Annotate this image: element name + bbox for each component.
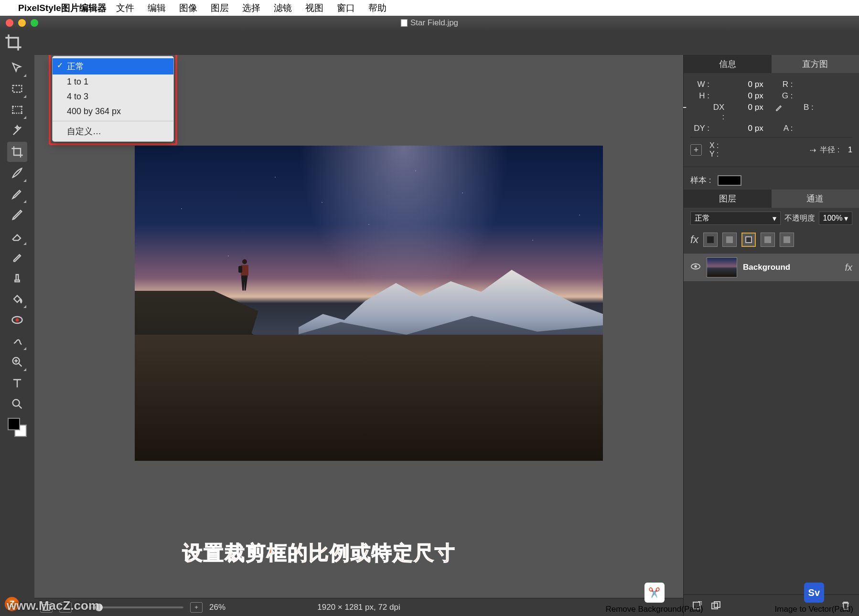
zoom-tool[interactable] — [7, 352, 27, 372]
text-tool[interactable] — [7, 373, 27, 393]
foreground-color[interactable] — [8, 418, 20, 430]
menu-file[interactable]: 文件 — [116, 2, 134, 14]
zoom-window-button[interactable] — [31, 19, 38, 27]
document-image[interactable] — [135, 146, 603, 461]
info-a — [831, 124, 852, 133]
window-title-text: Star Field.jpg — [410, 18, 458, 28]
bucket-tool[interactable] — [7, 289, 27, 309]
zoom-value: 26% — [209, 603, 225, 612]
pencil-tool[interactable] — [7, 205, 27, 225]
tab-info[interactable]: 信息 — [684, 55, 772, 73]
aspect-ratio-dropdown[interactable]: 正常 1 to 1 4 to 3 400 by 364 px 自定义… — [52, 56, 174, 142]
plugin-row: ✂️ Remove Background(Paid) Sv Image to V… — [605, 583, 853, 614]
svg-point-2 — [12, 106, 14, 107]
crop-tool[interactable] — [7, 142, 27, 162]
canvas[interactable]: 正常 1 to 1 4 to 3 400 by 364 px 自定义… 设置裁剪… — [34, 55, 683, 598]
fx-opt-4[interactable] — [761, 233, 775, 247]
info-dy: 0 px — [748, 124, 769, 133]
app-name[interactable]: PixelStyle图片编辑器 — [18, 2, 107, 14]
svg-point-4 — [12, 112, 14, 114]
menu-image[interactable]: 图像 — [179, 2, 197, 14]
zoom2-tool[interactable] — [7, 394, 27, 414]
svg-point-9 — [13, 400, 20, 406]
titlebar: Star Field.jpg — [0, 16, 859, 30]
paintbrush-tool[interactable] — [7, 184, 27, 204]
menu-edit[interactable]: 编辑 — [148, 2, 166, 14]
layer-row-background[interactable]: Background fx — [684, 254, 859, 281]
zoom-in-button[interactable]: + — [190, 602, 203, 613]
svg-point-12 — [694, 265, 697, 268]
color-swatches[interactable] — [8, 418, 27, 437]
info-g — [831, 91, 852, 101]
lasso-tool[interactable] — [7, 100, 27, 120]
layer-name: Background — [743, 263, 839, 272]
dropdown-item-custom[interactable]: 自定义… — [53, 123, 173, 139]
radius-value: 1 — [848, 146, 852, 154]
options-bar — [0, 30, 859, 55]
status-bar: − + 26% 1920 × 1281 px, 72 dpi — [34, 598, 683, 616]
svg-rect-0 — [13, 85, 22, 92]
magic-wand-tool[interactable] — [7, 121, 27, 141]
tab-histogram[interactable]: 直方图 — [772, 55, 859, 73]
blend-mode-value: 正常 — [695, 213, 710, 223]
smudge-tool[interactable] — [7, 331, 27, 351]
svg-point-3 — [21, 106, 23, 107]
rect-select-tool[interactable] — [7, 79, 27, 99]
plugin-vector[interactable]: Sv Image to Vector(Paid) — [775, 583, 853, 614]
minimize-window-button[interactable] — [18, 19, 26, 27]
menu-filter[interactable]: 滤镜 — [274, 2, 292, 14]
plugin-b-label: Image to Vector(Paid) — [775, 605, 853, 614]
aspect-dropdown-highlight: 正常 1 to 1 4 to 3 400 by 364 px 自定义… — [49, 55, 177, 145]
scissors-icon: ✂️ — [644, 583, 665, 603]
layer-visibility-icon[interactable] — [690, 263, 701, 272]
dropdown-item-4to3[interactable]: 4 to 3 — [53, 89, 173, 104]
info-w: 0 px — [748, 80, 769, 89]
dropdown-item-normal[interactable]: 正常 — [53, 58, 173, 74]
opacity-value[interactable]: 100%▾ — [819, 212, 852, 225]
brush-tool[interactable] — [7, 163, 27, 183]
arrow-icon: ⇢ — [810, 146, 816, 155]
dropdown-item-1to1[interactable]: 1 to 1 — [53, 74, 173, 89]
redeye-tool[interactable] — [7, 310, 27, 330]
layer-controls: 正常▾ 不透明度 100%▾ — [684, 208, 859, 229]
blend-mode-select[interactable]: 正常▾ — [690, 212, 781, 225]
eraser-tool[interactable] — [7, 226, 27, 246]
tab-channels[interactable]: 通道 — [772, 190, 859, 208]
fx-icon[interactable]: fx — [690, 234, 698, 246]
window-controls — [6, 19, 38, 27]
plugin-a-label: Remove Background(Paid) — [605, 605, 703, 614]
svg-point-7 — [16, 319, 19, 322]
eyedropper-tool[interactable] — [7, 247, 27, 267]
fx-opt-1[interactable] — [703, 233, 718, 247]
file-icon — [401, 19, 408, 27]
fx-opt-2[interactable] — [722, 233, 737, 247]
close-window-button[interactable] — [6, 19, 13, 27]
layer-list: Background fx — [684, 251, 859, 284]
window-title: Star Field.jpg — [401, 18, 458, 28]
tab-layers[interactable]: 图层 — [684, 190, 772, 208]
annotation-caption: 设置裁剪框的比例或特定尺寸 — [183, 540, 456, 566]
menu-layer[interactable]: 图层 — [211, 2, 229, 14]
move-tool[interactable] — [7, 58, 27, 78]
menu-view[interactable]: 视图 — [305, 2, 323, 14]
os-menubar: PixelStyle图片编辑器 文件 编辑 图像 图层 选择 滤镜 视图 窗口 … — [0, 0, 859, 16]
info-tabs: 信息 直方图 — [684, 55, 859, 73]
dropdown-item-pixels[interactable]: 400 by 364 px — [53, 104, 173, 119]
info-panel: W :0 px R : H :0 px G : ↽DX :0 px B : DY… — [684, 73, 859, 163]
fx-opt-5[interactable] — [780, 233, 794, 247]
right-panels: 信息 直方图 W :0 px R : H :0 px G : ↽DX :0 px… — [683, 55, 859, 616]
plugin-remove-bg[interactable]: ✂️ Remove Background(Paid) — [605, 583, 703, 614]
info-r — [831, 80, 852, 89]
app-window: Star Field.jpg — [0, 16, 859, 616]
add-sample-button[interactable]: + — [690, 144, 702, 156]
layers-tabs: 图层 通道 — [684, 190, 859, 208]
sample-swatch[interactable] — [718, 175, 741, 186]
stamp-tool[interactable] — [7, 268, 27, 288]
info-h: 0 px — [748, 91, 769, 101]
menu-window[interactable]: 窗口 — [337, 2, 355, 14]
fx-opt-3[interactable] — [741, 233, 756, 247]
menu-select[interactable]: 选择 — [242, 2, 260, 14]
layer-fx-icon[interactable]: fx — [845, 262, 852, 273]
menu-help[interactable]: 帮助 — [368, 2, 387, 14]
layer-thumbnail — [707, 257, 737, 277]
